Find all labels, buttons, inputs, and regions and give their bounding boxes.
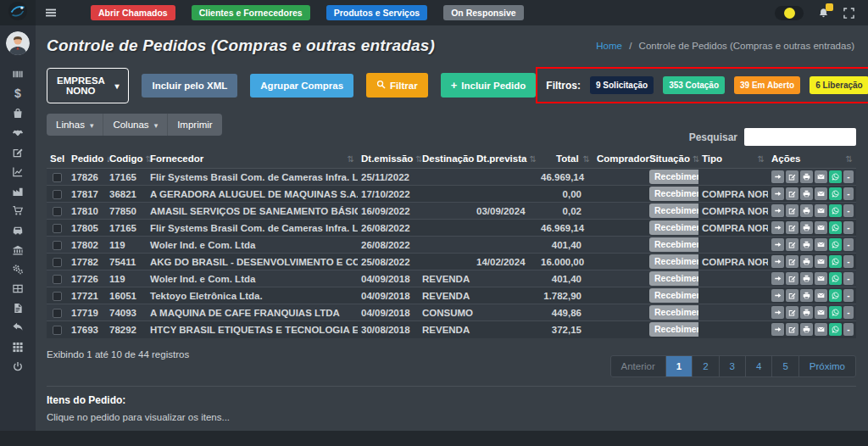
sidebar-item-edit[interactable]	[8, 146, 27, 158]
sidebar-item-barcode[interactable]	[8, 68, 27, 80]
imprimir-button[interactable]: Imprimir	[168, 114, 222, 136]
sidebar-item-undo[interactable]	[8, 321, 27, 333]
navbar-button-abrir-chamados[interactable]: Abrir Chamados	[91, 5, 175, 20]
action-edit-button[interactable]	[786, 323, 798, 336]
action-whatsapp-button[interactable]	[829, 221, 842, 234]
colunas-dropdown-button[interactable]: Colunas▾	[103, 114, 168, 136]
col-header-sel[interactable]: Sel	[47, 149, 68, 169]
sidebar-item-cart[interactable]	[8, 204, 27, 216]
action-more-button[interactable]: -	[843, 187, 854, 200]
col-header-fornecedor[interactable]: Fornecedor⇅	[147, 149, 358, 169]
action-more-button[interactable]: -	[843, 272, 854, 285]
action-arrow-right-button[interactable]	[771, 238, 784, 251]
sidebar-item-truck[interactable]	[8, 224, 27, 236]
col-header-dt-emissao[interactable]: Dt.emissão⇅	[358, 149, 419, 169]
action-whatsapp-button[interactable]	[829, 272, 842, 285]
action-arrow-right-button[interactable]	[771, 187, 784, 200]
table-row-pedido-17817[interactable]: 17817 36821 A GERADORA ALUGUEL DE MAQUIN…	[47, 186, 856, 203]
action-whatsapp-button[interactable]	[829, 238, 842, 251]
fullscreen-button[interactable]	[843, 8, 854, 19]
action-envelope-button[interactable]	[815, 255, 827, 268]
action-edit-button[interactable]	[786, 255, 798, 268]
action-envelope-button[interactable]	[815, 187, 827, 200]
action-printer-button[interactable]	[800, 170, 813, 183]
sidebar-item-dollar[interactable]: $	[8, 87, 27, 99]
sidebar-item-bank[interactable]	[8, 243, 27, 255]
sidebar-item-factory[interactable]	[8, 185, 27, 197]
navbar-button-on-responsive[interactable]: On Responsive	[443, 5, 523, 20]
hamburger-menu-button[interactable]	[45, 7, 57, 19]
action-envelope-button[interactable]	[815, 272, 827, 285]
action-edit-button[interactable]	[786, 238, 798, 251]
table-row-pedido-17693[interactable]: 17693 78292 HTCY BRASIL ETIQUETAS E TECN…	[47, 321, 856, 338]
action-printer-button[interactable]	[800, 306, 813, 319]
row-checkbox[interactable]	[53, 292, 62, 301]
action-arrow-right-button[interactable]	[771, 272, 784, 285]
action-envelope-button[interactable]	[815, 221, 827, 234]
action-edit-button[interactable]	[786, 204, 798, 217]
col-header-destinacao[interactable]: Destinação⇅	[419, 149, 473, 169]
company-select[interactable]: EMPRESA NONO ▾	[47, 68, 129, 103]
sidebar-item-power[interactable]	[8, 360, 27, 372]
action-arrow-right-button[interactable]	[771, 204, 784, 217]
linhas-dropdown-button[interactable]: Linhas▾	[47, 114, 103, 136]
action-arrow-right-button[interactable]	[771, 170, 784, 183]
col-header-situacao[interactable]: Situação⇅	[646, 149, 698, 169]
sidebar-item-document[interactable]	[8, 302, 27, 314]
row-checkbox[interactable]	[53, 275, 62, 284]
action-whatsapp-button[interactable]	[829, 170, 842, 183]
action-envelope-button[interactable]	[815, 306, 827, 319]
action-whatsapp-button[interactable]	[829, 323, 842, 336]
row-checkbox[interactable]	[53, 258, 62, 267]
action-envelope-button[interactable]	[815, 170, 827, 183]
action-printer-button[interactable]	[800, 238, 813, 251]
action-printer-button[interactable]	[800, 187, 813, 200]
table-row-pedido-17721[interactable]: 17721 16051 Tektoyo Eletrônica Ltda. 04/…	[47, 287, 856, 304]
filter-badge-9-solicitacao[interactable]: 9 Solicitação	[590, 76, 654, 94]
action-arrow-right-button[interactable]	[771, 323, 784, 336]
search-input[interactable]	[744, 128, 856, 146]
table-row-pedido-17810[interactable]: 17810 77850 AMASIL SERVIÇOS DE SANEAMENT…	[47, 203, 856, 220]
row-checkbox[interactable]	[53, 326, 62, 335]
action-more-button[interactable]: -	[843, 204, 854, 217]
row-checkbox[interactable]	[53, 173, 62, 182]
action-printer-button[interactable]	[800, 323, 813, 336]
table-row-pedido-17826[interactable]: 17826 17165 Flir Systems Brasil Com. de …	[47, 169, 856, 186]
action-arrow-right-button[interactable]	[771, 306, 784, 319]
action-whatsapp-button[interactable]	[829, 187, 842, 200]
pagination-page-4[interactable]: 4	[745, 355, 772, 377]
pagination-previous[interactable]: Anterior	[610, 355, 666, 377]
action-edit-button[interactable]	[786, 170, 798, 183]
table-row-pedido-17802[interactable]: 17802 119 Woler Ind. e Com. Ltda 26/08/2…	[47, 237, 856, 254]
action-more-button[interactable]: -	[843, 238, 854, 251]
action-envelope-button[interactable]	[815, 289, 827, 302]
action-arrow-right-button[interactable]	[771, 221, 784, 234]
user-avatar[interactable]	[6, 31, 30, 55]
action-more-button[interactable]: -	[843, 289, 854, 302]
action-printer-button[interactable]	[800, 255, 813, 268]
action-whatsapp-button[interactable]	[829, 289, 842, 302]
sidebar-item-shopping-bag[interactable]	[8, 107, 27, 119]
action-whatsapp-button[interactable]	[829, 204, 842, 217]
row-checkbox[interactable]	[53, 309, 62, 318]
action-printer-button[interactable]	[800, 204, 813, 217]
agrupar-compras-button[interactable]: Agrupar Compras	[250, 74, 353, 98]
action-edit-button[interactable]	[786, 221, 798, 234]
pagination-page-5[interactable]: 5	[771, 355, 798, 377]
filter-badge-353-cotacao[interactable]: 353 Cotação	[663, 76, 725, 94]
notifications-bell-button[interactable]	[818, 8, 829, 19]
sidebar-item-handshake[interactable]	[8, 126, 27, 138]
col-header-codigo[interactable]: Codigo⇅	[106, 149, 147, 169]
sidebar-item-gears[interactable]	[8, 263, 27, 275]
sidebar-item-table[interactable]	[8, 282, 27, 294]
action-whatsapp-button[interactable]	[829, 255, 842, 268]
navbar-button-clientes-e-fornecedores[interactable]: Clientes e Fornecedores	[192, 5, 310, 20]
theme-toggle[interactable]	[775, 6, 804, 20]
row-checkbox[interactable]	[53, 224, 62, 233]
action-printer-button[interactable]	[800, 272, 813, 285]
action-edit-button[interactable]	[786, 306, 798, 319]
pagination-page-1[interactable]: 1	[665, 355, 693, 377]
action-more-button[interactable]: -	[843, 255, 854, 268]
sidebar-item-chart-line[interactable]	[8, 165, 27, 177]
table-row-pedido-17782[interactable]: 17782 75411 AKG DO BRASIL - DESENVOLVIME…	[47, 254, 856, 270]
